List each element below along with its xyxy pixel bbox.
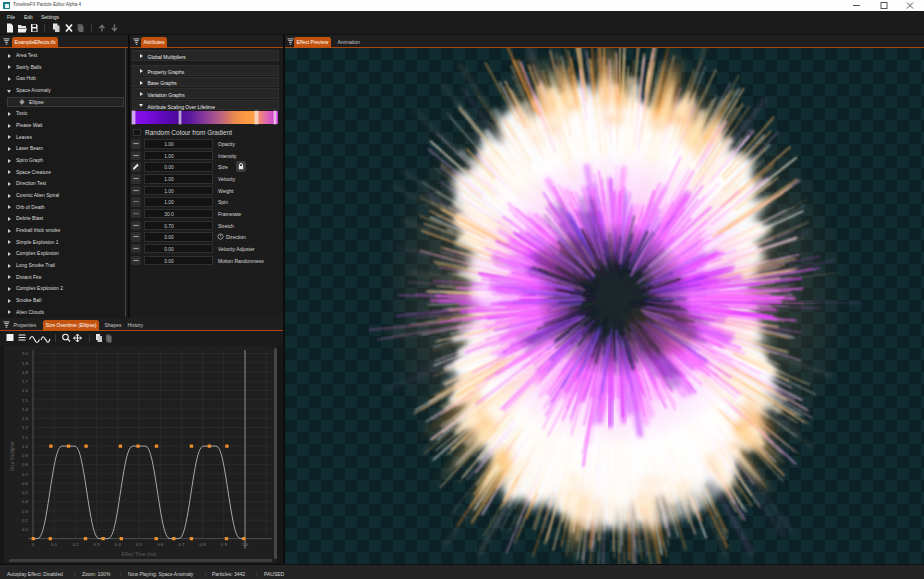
svg-text:Effect Time (ms): Effect Time (ms) [122,552,157,557]
svg-text:0.8: 0.8 [200,542,207,547]
svg-text:1.6: 1.6 [22,388,29,393]
svg-text:0.1: 0.1 [51,542,58,547]
svg-text:0.2: 0.2 [72,542,79,547]
svg-text:0.5: 0.5 [22,490,29,495]
svg-text:1.4: 1.4 [22,407,29,412]
svg-text:0.4: 0.4 [115,542,122,547]
svg-text:0.9: 0.9 [22,453,29,458]
svg-text:1.5: 1.5 [22,398,29,403]
svg-text:0.7: 0.7 [178,542,185,547]
svg-text:Size Multiplier: Size Multiplier [10,441,15,471]
svg-text:1.3: 1.3 [22,416,29,421]
svg-text:0.1: 0.1 [22,527,29,532]
svg-text:0.6: 0.6 [157,542,164,547]
svg-text:0.3: 0.3 [94,542,101,547]
svg-text:0: 0 [32,542,35,547]
svg-text:0.9: 0.9 [221,542,228,547]
svg-text:0.3: 0.3 [22,509,29,514]
svg-text:0.2: 0.2 [22,518,29,523]
svg-text:1.8: 1.8 [22,370,29,375]
svg-text:1.9: 1.9 [22,361,29,366]
svg-text:1.1: 1.1 [22,435,29,440]
svg-text:0.6: 0.6 [22,481,29,486]
svg-text:2.0: 2.0 [22,351,29,356]
svg-text:1.2: 1.2 [22,425,29,430]
svg-text:0.7: 0.7 [22,472,29,477]
svg-text:1.7: 1.7 [22,379,29,384]
svg-text:1.0: 1.0 [242,542,249,547]
svg-text:0.5: 0.5 [136,542,143,547]
svg-text:0.8: 0.8 [22,462,29,467]
svg-text:1.0: 1.0 [22,444,29,449]
svg-text:0.4: 0.4 [22,499,29,504]
